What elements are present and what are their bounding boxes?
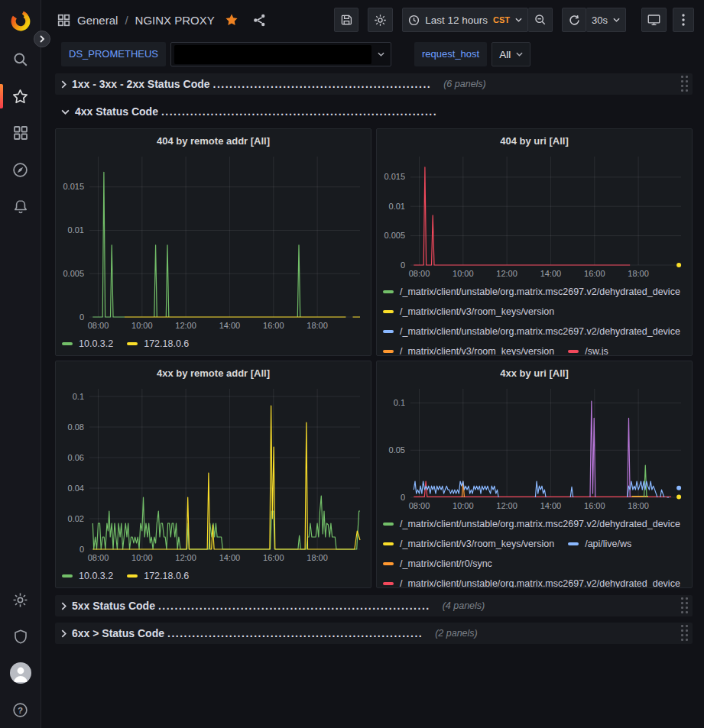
avatar-person-icon bbox=[10, 662, 31, 684]
request-host-value-dropdown[interactable]: All bbox=[492, 42, 530, 66]
breadcrumb-dashboard-title[interactable]: NGINX PROXY bbox=[135, 14, 215, 27]
legend-label: /_matrix/client/unstable/org.matrix.msc2… bbox=[400, 519, 680, 529]
legend-item[interactable]: /_matrix/client/v3/room_keys/version bbox=[383, 306, 554, 317]
chart-4xx-by-uri[interactable]: 08:0010:0012:0014:0016:0018:0000.050.1 bbox=[383, 383, 686, 513]
panel-title[interactable]: 404 by remote addr [All] bbox=[62, 132, 365, 150]
datasource-value-redacted bbox=[174, 45, 371, 64]
sidebar-item-explore[interactable] bbox=[0, 151, 41, 188]
panel-404-by-uri: 404 by uri [All] 08:0010:0012:0014:0016:… bbox=[376, 128, 693, 356]
svg-text:0.005: 0.005 bbox=[63, 269, 84, 278]
svg-text:16:00: 16:00 bbox=[263, 553, 284, 562]
shield-icon bbox=[13, 629, 28, 645]
legend-item[interactable]: /_matrix/client/r0/sync bbox=[383, 558, 492, 569]
dashboard-settings-button[interactable] bbox=[368, 8, 393, 32]
refresh-interval-label: 30s bbox=[592, 15, 608, 26]
legend-row: /_matrix/client/unstable/org.matrix.msc2… bbox=[383, 322, 686, 341]
navbar: General / NGINX PROXY bbox=[41, 0, 704, 40]
chart-4xx-by-remote-addr[interactable]: 08:0010:0012:0014:0016:0018:0000.020.040… bbox=[62, 383, 365, 565]
legend-item[interactable]: 172.18.0.6 bbox=[127, 338, 189, 349]
legend-row: 10.0.3.2172.18.0.6 bbox=[62, 566, 365, 586]
row-drag-handle[interactable] bbox=[681, 625, 688, 641]
chevron-right-icon bbox=[39, 35, 45, 43]
row-title-dots: ........................................… bbox=[158, 600, 430, 612]
datasource-select[interactable] bbox=[170, 42, 391, 66]
chevron-down-icon bbox=[515, 18, 522, 23]
legend-item[interactable]: /sw.js bbox=[568, 346, 608, 356]
refresh-interval-picker[interactable]: 30s bbox=[586, 8, 626, 32]
legend-item[interactable]: /_matrix/client/unstable/org.matrix.msc2… bbox=[383, 326, 680, 337]
avatar bbox=[10, 662, 31, 684]
svg-text:08:00: 08:00 bbox=[88, 553, 109, 562]
row-drag-handle[interactable] bbox=[681, 76, 688, 92]
sidebar-item-configuration[interactable] bbox=[0, 581, 41, 618]
legend-item[interactable]: /_matrix/client/unstable/org.matrix.msc2… bbox=[383, 286, 680, 297]
panel-4xx-by-remote-addr: 4xx by remote addr [All] 08:0010:0012:00… bbox=[55, 361, 371, 588]
row-header-6xx[interactable]: 6xx > Status Code ......................… bbox=[55, 623, 693, 644]
row-header-5xx[interactable]: 5xx Status Code ........................… bbox=[55, 595, 693, 616]
legend-item[interactable]: 172.18.0.6 bbox=[127, 571, 189, 581]
panel-title[interactable]: 4xx by uri [All] bbox=[383, 364, 686, 383]
favorite-star-button[interactable] bbox=[225, 13, 238, 27]
sidebar-item-profile[interactable] bbox=[0, 655, 41, 691]
chart-404-by-uri[interactable]: 08:0010:0012:0014:0016:0018:0000.0050.01… bbox=[383, 150, 686, 280]
monitor-icon bbox=[647, 14, 660, 26]
panel-legend: 10.0.3.2172.18.0.6 bbox=[62, 566, 365, 586]
sidebar-item-search[interactable] bbox=[0, 41, 41, 78]
svg-text:08:00: 08:00 bbox=[409, 501, 430, 510]
svg-text:16:00: 16:00 bbox=[263, 321, 284, 330]
breadcrumb: General / NGINX PROXY bbox=[57, 13, 266, 27]
legend-item[interactable]: /_matrix/client/v3/room_keys/version bbox=[383, 539, 554, 549]
legend-swatch bbox=[383, 330, 394, 333]
sidebar-item-alerting[interactable] bbox=[0, 188, 41, 225]
sidebar-item-help[interactable]: ? bbox=[0, 691, 41, 728]
cycle-view-mode-button[interactable] bbox=[641, 8, 667, 32]
legend-item[interactable]: /_matrix/client/unstable/org.matrix.msc2… bbox=[383, 578, 680, 588]
sidebar-expand-button[interactable] bbox=[34, 31, 50, 47]
row-title: 6xx > Status Code bbox=[72, 627, 164, 639]
request-host-value: All bbox=[499, 49, 511, 60]
sidebar-item-server-admin[interactable] bbox=[0, 618, 41, 655]
legend-item[interactable]: 10.0.3.2 bbox=[62, 338, 113, 349]
svg-text:18:00: 18:00 bbox=[307, 553, 328, 562]
time-range-picker[interactable]: Last 12 hours CST bbox=[402, 8, 528, 32]
share-dashboard-button[interactable] bbox=[253, 14, 266, 27]
legend-label: /_matrix/client/v3/room_keys/version bbox=[400, 306, 554, 317]
legend-swatch bbox=[383, 542, 394, 545]
refresh-dashboard-button[interactable] bbox=[562, 8, 586, 32]
legend-swatch bbox=[383, 523, 394, 526]
legend-row: /_matrix/client/v3/room_keys/version bbox=[383, 302, 686, 322]
more-options-button[interactable] bbox=[673, 8, 694, 32]
row-drag-handle[interactable] bbox=[681, 597, 688, 613]
svg-text:14:00: 14:00 bbox=[540, 501, 562, 510]
save-dashboard-button[interactable] bbox=[334, 8, 358, 32]
zoom-out-time-button[interactable] bbox=[528, 8, 553, 32]
row-header-1xx-3xx-2xx[interactable]: 1xx - 3xx - 2xx Status Code ............… bbox=[55, 73, 693, 95]
legend-swatch bbox=[383, 290, 394, 293]
panel-title[interactable]: 404 by uri [All] bbox=[383, 132, 686, 150]
svg-text:14:00: 14:00 bbox=[540, 269, 562, 278]
compass-icon bbox=[12, 162, 28, 178]
legend-item[interactable]: /_matrix/client/unstable/org.matrix.msc2… bbox=[383, 519, 680, 529]
chevron-right-icon bbox=[61, 629, 67, 638]
row-title: 4xx Status Code bbox=[75, 105, 158, 118]
panel-title[interactable]: 4xx by remote addr [All] bbox=[62, 364, 365, 383]
chart-404-by-remote-addr[interactable]: 08:0010:0012:0014:0016:0018:0000.0050.01… bbox=[62, 150, 365, 332]
sidebar-item-dashboards[interactable] bbox=[0, 115, 41, 151]
share-icon bbox=[253, 14, 266, 27]
legend-swatch bbox=[62, 342, 73, 345]
bell-icon bbox=[13, 199, 28, 215]
legend-item[interactable]: /_matrix/client/v3/room_keys/version bbox=[383, 346, 554, 356]
variables-submenu: DS_PROMETHEUS request_host All bbox=[41, 40, 704, 72]
legend-row: /_matrix/client/v3/room_keys/version/sw.… bbox=[383, 341, 686, 356]
breadcrumb-folder[interactable]: General bbox=[77, 14, 118, 27]
legend-label: /_matrix/client/unstable/org.matrix.msc2… bbox=[400, 578, 680, 588]
legend-label: /_matrix/client/r0/sync bbox=[400, 558, 492, 569]
legend-row: /_matrix/client/v3/room_keys/version/api… bbox=[383, 534, 686, 554]
legend-item[interactable]: /api/live/ws bbox=[568, 539, 631, 549]
timezone-label: CST bbox=[493, 15, 510, 24]
legend-item[interactable]: 10.0.3.2 bbox=[62, 571, 113, 581]
sidebar-item-starred[interactable] bbox=[0, 78, 41, 115]
star-icon bbox=[12, 89, 28, 105]
svg-text:18:00: 18:00 bbox=[307, 321, 328, 330]
row-header-4xx[interactable]: 4xx Status Code ........................… bbox=[55, 101, 693, 122]
